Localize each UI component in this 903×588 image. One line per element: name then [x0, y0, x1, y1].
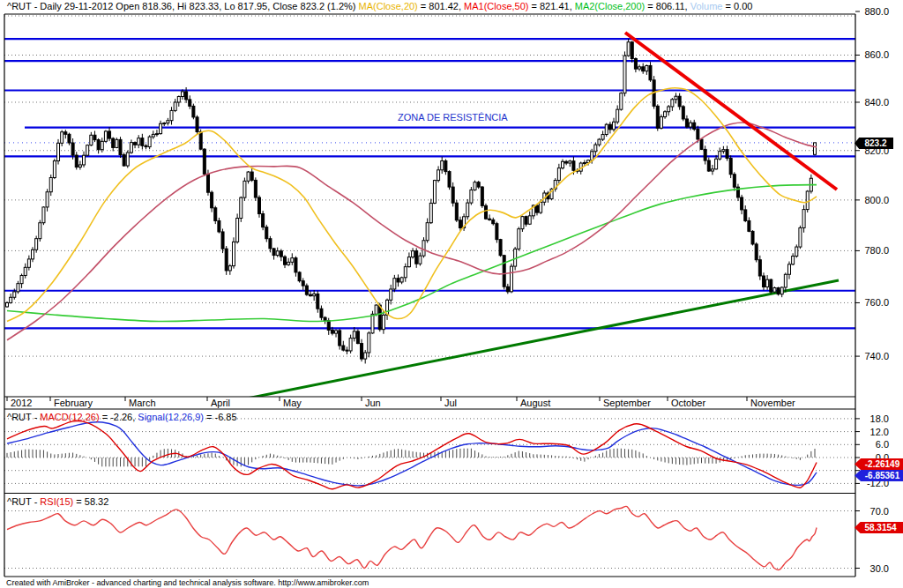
svg-text:860.0: 860.0 — [864, 49, 889, 60]
svg-text:12.0: 12.0 — [870, 427, 889, 437]
rsi-label: RSI(15) — [40, 496, 73, 507]
signal-label: Signal(12,26,9) — [138, 412, 204, 422]
svg-text:October: October — [671, 398, 705, 408]
rsi-line — [7, 506, 817, 569]
svg-text:August: August — [520, 398, 550, 408]
rsi-title-prefix: ^RUT - — [7, 496, 40, 507]
svg-text:Jun: Jun — [365, 398, 381, 408]
ma50-legend-value: = 821.41, — [528, 1, 574, 11]
svg-text:6.0: 6.0 — [876, 439, 889, 450]
main-price-panel — [4, 16, 855, 407]
svg-text:740.0: 740.0 — [864, 351, 889, 361]
rsi-value: = 58.32 — [73, 496, 108, 507]
ma200-legend-label: MA2(Close,200) — [575, 1, 645, 11]
svg-text:2012: 2012 — [11, 398, 32, 408]
svg-text:780.0: 780.0 — [864, 245, 889, 256]
rsi-panel — [4, 506, 855, 569]
ma50-legend-label: MA1(Close,50) — [464, 1, 528, 11]
title-ohlc-text: ^RUT - Daily 29-11-2012 Open 818.36, Hi … — [7, 1, 359, 11]
svg-text:880.0: 880.0 — [864, 6, 889, 17]
green-uptrend-line — [203, 280, 839, 407]
macd-title-prefix: ^RUT - — [7, 412, 40, 422]
chart-canvas[interactable]: 880.0860.0840.0820.0800.0780.0760.0740.0… — [0, 0, 903, 588]
svg-text:30.0: 30.0 — [870, 563, 889, 574]
ma200-legend-value: = 806.11, — [645, 1, 690, 11]
svg-text:May: May — [283, 398, 302, 408]
last-price-tag: 823.2 — [854, 138, 893, 149]
svg-text:March: March — [129, 398, 156, 408]
rsi-panel-title: ^RUT - RSI(15) = 58.32 — [7, 496, 108, 507]
signal-value: = -6.85 — [204, 412, 237, 422]
svg-text:760.0: 760.0 — [864, 297, 889, 308]
svg-text:70.0: 70.0 — [870, 506, 889, 517]
ma20-legend-label: MA(Close,20) — [359, 1, 418, 11]
svg-text:February: February — [54, 398, 93, 408]
macd-value-tag: -2.26149 — [854, 458, 903, 470]
macd-panel — [4, 419, 855, 489]
macd-value: = -2.26, — [100, 412, 138, 422]
ma20-legend-value: = 801.42, — [418, 1, 464, 11]
amibroker-chart-window: 880.0860.0840.0820.0800.0780.0760.0740.0… — [0, 0, 903, 588]
signal-value-tag: -6.85361 — [854, 470, 903, 481]
svg-text:September: September — [603, 398, 651, 408]
volume-legend-label: Volume — [690, 1, 723, 11]
svg-text:Jul: Jul — [444, 398, 457, 408]
amibroker-footer-text: Created with AmiBroker - advanced charti… — [6, 578, 369, 587]
svg-text:April: April — [211, 398, 230, 408]
rsi-value-tag: 58.3154 — [854, 522, 903, 533]
svg-text:840.0: 840.0 — [864, 97, 889, 108]
svg-text:18.0: 18.0 — [870, 413, 889, 424]
macd-label: MACD(12,26) — [40, 412, 99, 422]
candlestick-series — [6, 39, 817, 364]
macd-panel-title: ^RUT - MACD(12,26) = -2.26, Signal(12,26… — [7, 412, 237, 422]
resistance-zone-annotation: ZONA DE RESISTÊNCIA — [398, 112, 508, 123]
svg-text:November: November — [750, 398, 795, 408]
svg-text:800.0: 800.0 — [864, 195, 889, 205]
volume-legend-value: = 0.00 — [722, 1, 752, 11]
chart-title: ^RUT - Daily 29-11-2012 Open 818.36, Hi … — [7, 1, 752, 12]
